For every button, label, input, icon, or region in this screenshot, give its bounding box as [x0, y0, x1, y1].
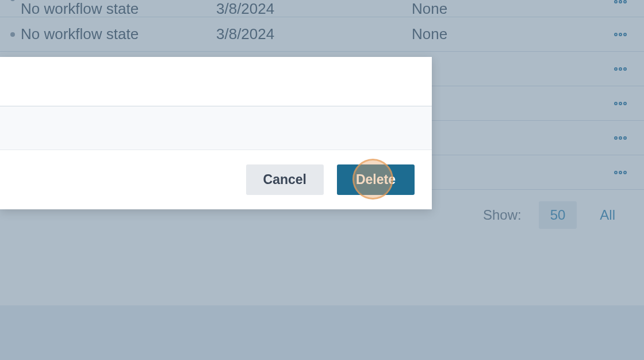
modal-footer: Cancel Delete	[0, 150, 432, 209]
confirm-dialog: Cancel Delete	[0, 57, 432, 209]
cancel-button[interactable]: Cancel	[246, 164, 324, 195]
delete-button[interactable]: Delete	[337, 164, 415, 195]
modal-content	[0, 106, 432, 150]
modal-body	[0, 57, 432, 106]
